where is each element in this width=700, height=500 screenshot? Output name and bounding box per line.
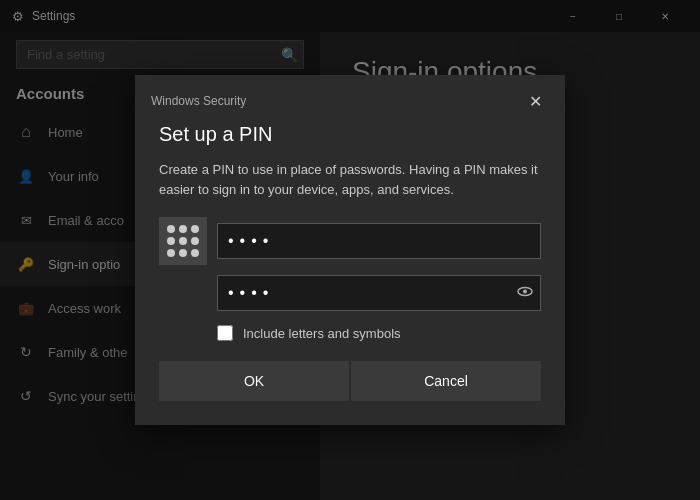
keypad-dot — [179, 225, 187, 233]
svg-point-1 — [523, 290, 527, 294]
include-letters-label: Include letters and symbols — [243, 326, 401, 341]
keypad-dot — [167, 249, 175, 257]
keypad-dot — [191, 225, 199, 233]
keypad-dot — [167, 225, 175, 233]
confirm-pin-wrapper — [217, 275, 541, 311]
keypad-dots-grid — [167, 225, 199, 257]
cancel-button[interactable]: Cancel — [351, 361, 541, 401]
modal-description: Create a PIN to use in place of password… — [159, 160, 541, 199]
include-letters-row: Include letters and symbols — [217, 325, 541, 341]
confirm-pin-input[interactable] — [217, 275, 541, 311]
modal-close-button[interactable]: ✕ — [521, 87, 549, 115]
include-letters-checkbox[interactable] — [217, 325, 233, 341]
modal-heading: Set up a PIN — [159, 123, 541, 146]
new-pin-row — [159, 217, 541, 265]
modal-title-bar: Windows Security ✕ — [135, 75, 565, 115]
keypad-icon — [159, 217, 207, 265]
eye-icon — [517, 284, 533, 300]
confirm-pin-row — [217, 275, 541, 311]
ok-button[interactable]: OK — [159, 361, 349, 401]
keypad-dot — [191, 237, 199, 245]
pin-setup-modal: Windows Security ✕ Set up a PIN Create a… — [135, 75, 565, 425]
keypad-dot — [179, 249, 187, 257]
reveal-pin-button[interactable] — [517, 284, 533, 303]
modal-overlay: Windows Security ✕ Set up a PIN Create a… — [0, 0, 700, 500]
keypad-dot — [167, 237, 175, 245]
modal-buttons: OK Cancel — [159, 361, 541, 401]
modal-body: Set up a PIN Create a PIN to use in plac… — [135, 115, 565, 425]
modal-app-title: Windows Security — [151, 94, 246, 108]
new-pin-input[interactable] — [217, 223, 541, 259]
keypad-dot — [179, 237, 187, 245]
keypad-dot — [191, 249, 199, 257]
